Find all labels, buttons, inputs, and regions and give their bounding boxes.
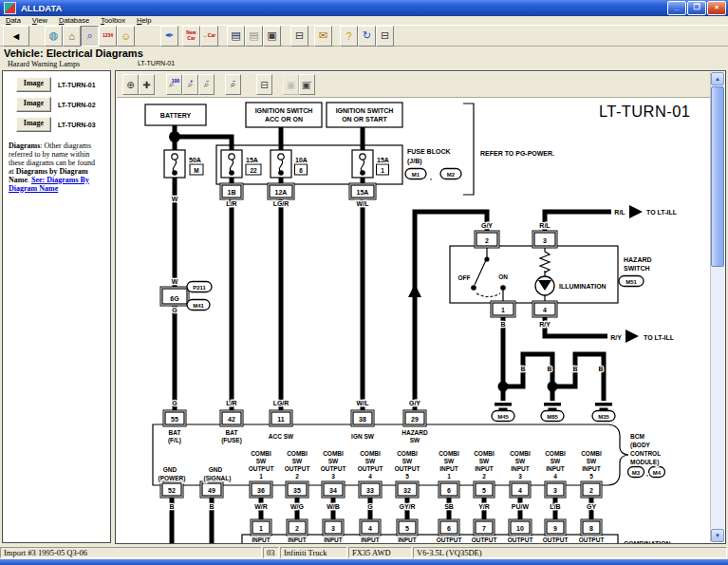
previous-car-button[interactable]: ←Car (200, 26, 218, 47)
svg-text:M4: M4 (653, 470, 662, 476)
scroll-down-icon[interactable]: ▼ (711, 529, 724, 542)
new-car-button[interactable]: New Car (182, 26, 200, 47)
pin-8: 8 (581, 519, 602, 536)
key-button[interactable]: ? (340, 26, 358, 47)
diagram-title: LT-TURN-01 (599, 103, 690, 120)
menu-database[interactable]: Database (53, 16, 95, 25)
customer-button[interactable]: ☺ (117, 26, 135, 47)
pin-2: 2 (581, 481, 602, 498)
svg-text:L/R: L/R (226, 400, 236, 406)
alldata-window: ALLDATA _ ❐ × DataViewDatabaseToolboxHel… (0, 0, 728, 565)
svg-text:G: G (172, 307, 177, 313)
close-button[interactable]: × (707, 1, 726, 15)
pin-1: 1 (251, 519, 271, 536)
svg-text:B: B (500, 321, 505, 328)
svg-text:INPUT: INPUT (511, 465, 530, 472)
pane-headers: Hazard Warning Lamps LT-TURN-01 (0, 60, 728, 70)
svg-text:(F/L): (F/L) (168, 437, 181, 444)
pin-5: 5 (474, 481, 495, 498)
svg-text:INPUT: INPUT (475, 465, 494, 472)
print-diagram-button[interactable]: ⊟ (256, 74, 272, 95)
ignition-switch-acc-box: IGNITION SWITCHACC OR ON (246, 103, 322, 127)
vehicle-select-button[interactable]: ⌕ (81, 26, 99, 47)
menu-data[interactable]: Data (0, 16, 27, 25)
svg-text:OUTPUT: OUTPUT (321, 465, 346, 472)
copy-image-icon: ▣ (287, 80, 295, 90)
service-button[interactable]: ✒ (160, 26, 178, 47)
zoom-less-button[interactable]: ⌕− (198, 74, 215, 95)
title-bar: ALLDATA _ ❐ × (0, 0, 728, 16)
zoom-window-button[interactable]: ⊕ (122, 74, 139, 95)
zoom-in-button[interactable]: ⌕+ (182, 74, 198, 95)
svg-text:COMBINATION: COMBINATION (624, 540, 671, 544)
image-item-lt-turn-02: ImageLT-TURN-02 (16, 98, 110, 111)
notes-icon: ▤ (249, 29, 258, 42)
camera-button[interactable]: ▣ (263, 26, 281, 47)
menu-view[interactable]: View (27, 16, 53, 25)
svg-text:1: 1 (259, 525, 263, 532)
svg-text:INPUT: INPUT (324, 537, 343, 543)
minimize-button[interactable]: _ (667, 1, 686, 15)
app-icon (4, 2, 16, 14)
svg-text:2: 2 (485, 237, 489, 244)
svg-text:B: B (169, 503, 174, 510)
service-icon: ✒ (165, 29, 174, 42)
print-preview-button[interactable]: ⊟ (376, 26, 394, 47)
image-button-1[interactable]: Image (16, 77, 51, 92)
main-toolbar: ◄◍⌂⌕1234☺✒New Car←Car▤▤▣⊟✉?↻⊟ (0, 25, 728, 47)
notes-button[interactable]: ▤ (245, 26, 263, 47)
menu-help[interactable]: Help (131, 16, 157, 25)
pin-49: 49 (200, 481, 223, 498)
svg-text:SW: SW (328, 458, 339, 464)
menu-toolbox[interactable]: Toolbox (95, 16, 131, 25)
zoom-100-button[interactable]: ⌕100 (166, 74, 182, 95)
web-button[interactable]: ◍ (45, 26, 63, 47)
svg-text:B: B (572, 366, 577, 372)
svg-text:M1: M1 (412, 172, 420, 178)
pin-3: 3 (545, 481, 566, 498)
status-panel-4: FX35 AWD (348, 547, 412, 558)
svg-text:OUTPUT: OUTPUT (472, 537, 497, 543)
year-select-button[interactable]: 1234 (99, 26, 117, 47)
svg-text:5: 5 (482, 487, 486, 494)
vertical-scrollbar[interactable]: ▲ ▼ (710, 72, 724, 542)
image-label: LT-TURN-01 (58, 82, 96, 88)
scrollbar-thumb[interactable] (711, 86, 724, 267)
pin-3: 3 (323, 519, 344, 536)
svg-text:(FUSE): (FUSE) (221, 437, 242, 444)
svg-text:GY/R: GY/R (399, 503, 415, 510)
svg-text:,: , (430, 174, 432, 181)
svg-text:M: M (194, 167, 198, 174)
svg-text:,: , (646, 470, 648, 478)
pin-34: 34 (322, 481, 345, 498)
back-button[interactable]: ◄ (3, 26, 29, 47)
print-preview-icon: ⊟ (381, 29, 389, 42)
image-button-2[interactable]: Image (16, 97, 51, 112)
svg-text:6: 6 (299, 167, 303, 174)
image-button-3[interactable]: Image (16, 117, 51, 132)
home-button[interactable]: ⌂ (63, 26, 81, 47)
vehicle-select-icon: ⌕ (86, 29, 92, 42)
export-image-button[interactable]: ▣→ (299, 74, 315, 95)
copy-image-button[interactable]: ▣ (283, 74, 299, 95)
svg-text:2: 2 (295, 473, 299, 480)
svg-text:COMBI: COMBI (287, 450, 308, 457)
zoom-out-button[interactable]: ⌕− (225, 74, 241, 95)
svg-text:HAZARD: HAZARD (401, 429, 428, 436)
svg-text:15A: 15A (246, 157, 258, 163)
svg-text:INPUT: INPUT (582, 465, 601, 472)
svg-text:OUTPUT: OUTPUT (508, 537, 533, 543)
restore-button[interactable]: ❐ (687, 1, 706, 15)
refresh-search-icon: ↻ (363, 29, 371, 42)
pan-button[interactable]: ✚ (139, 74, 155, 95)
print-button[interactable]: ⊟ (290, 26, 308, 47)
scroll-up-icon[interactable]: ▲ (711, 72, 724, 85)
pin-12A: 12A (268, 183, 294, 199)
svg-text:10A: 10A (295, 157, 308, 163)
refresh-search-button[interactable]: ↻ (358, 26, 376, 47)
pin-35: 35 (286, 481, 308, 498)
spec-doc-button[interactable]: ▤ (227, 26, 245, 47)
inbox-button[interactable]: ✉ (314, 26, 332, 47)
svg-text:15A: 15A (377, 157, 389, 163)
svg-text:G/Y: G/Y (409, 400, 420, 406)
